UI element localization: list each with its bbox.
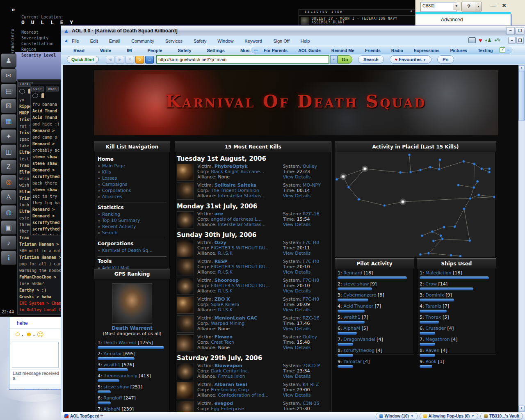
home-button[interactable]: ⌂ xyxy=(145,56,154,64)
ship-thumbnail[interactable] xyxy=(177,363,194,380)
quick-start-button[interactable]: Quick Start xyxy=(67,56,99,63)
toolbar-im[interactable]: IM xyxy=(127,48,132,53)
rank-link-scruffythedog[interactable]: scruffythedog xyxy=(343,348,374,353)
rank-link-megathron[interactable]: Megathron xyxy=(425,337,450,342)
stop-button[interactable]: ✕ xyxy=(126,56,134,64)
toolbar-safety[interactable]: Safety xyxy=(178,48,192,53)
eve-expand-chevrons-icon[interactable]: » xyxy=(11,6,15,13)
system-link-oulley[interactable]: Oulley xyxy=(303,334,317,340)
victim-link-ozzy[interactable]: Ozzy xyxy=(215,240,226,245)
rank-link-dominix[interactable]: Dominix xyxy=(425,292,444,298)
system-link-f7c-h0[interactable]: F7C-H0 xyxy=(303,278,319,283)
victim-link-albaran-geal[interactable]: Albaran Geal xyxy=(215,382,247,387)
caret-down-icon[interactable]: ▼ xyxy=(21,334,24,337)
toolbar-texting[interactable]: Texting xyxy=(478,48,493,53)
ship-thumbnail[interactable] xyxy=(177,211,194,228)
vault-button[interactable]: TB310...'s Vault xyxy=(480,413,523,420)
minimize-button[interactable]: – xyxy=(506,27,515,35)
corp-chat-tab[interactable]: CORP xyxy=(31,87,44,91)
victim-link-resp[interactable]: RESP xyxy=(215,259,228,264)
toolbar-write[interactable]: Write xyxy=(100,48,111,53)
rank-link-malediction[interactable]: Malediction xyxy=(425,270,451,276)
system-link-f7c-h0[interactable]: F7C-H0 xyxy=(303,259,319,264)
go-button[interactable]: Go xyxy=(338,55,352,64)
nav-link-ranking[interactable]: Ranking xyxy=(102,212,121,217)
print-button[interactable]: Pri xyxy=(437,55,454,64)
address-dropdown-icon[interactable]: ▼ xyxy=(330,55,338,64)
forward-button[interactable]: ▶ xyxy=(116,56,124,64)
alliance-link-r-i-s-k[interactable]: R.I.S.K xyxy=(218,307,232,313)
eve-info-constellation[interactable]: Constellation xyxy=(21,41,61,47)
menu-file[interactable]: File xyxy=(72,39,79,43)
help-button[interactable]: ? xyxy=(461,2,476,11)
rank-link-alpham[interactable]: AlphaM xyxy=(103,406,120,412)
rank-link-steve-shaw[interactable]: steve shaw xyxy=(103,384,129,390)
alliance-link-r-i-s-k[interactable]: R.I.S.K xyxy=(218,251,232,256)
tab-advanced[interactable]: Advanced xyxy=(441,17,511,23)
eve-help-ring-icon[interactable]: ◎ xyxy=(1,175,16,189)
scroll-up-icon[interactable]: ▲ xyxy=(518,65,525,71)
alliance-link-firmus-ixion[interactable]: Firmus Ixion xyxy=(218,374,245,379)
wink-emoticon[interactable]: ☻ xyxy=(25,331,32,338)
nav-link-kills[interactable]: Kills xyxy=(102,169,111,175)
back-button[interactable]: ◀ xyxy=(106,56,114,64)
scroll-left-chevrons-icon[interactable]: «« xyxy=(254,48,258,52)
rank-link-cybermanzero[interactable]: Cybermanzero xyxy=(343,292,376,298)
toolbar-radio[interactable]: Radio xyxy=(391,48,403,53)
eve-map-icon[interactable]: ◍ xyxy=(1,205,16,219)
nav-link-campaigns[interactable]: Campaigns xyxy=(102,182,128,187)
favourites-button[interactable]: ♥ Favourites ▼ xyxy=(390,55,431,64)
nav-link-main-page[interactable]: Main Page xyxy=(102,163,125,169)
view-details-link[interactable]: View Details xyxy=(283,307,311,313)
address-input[interactable] xyxy=(156,55,329,64)
victim-link-flowen[interactable]: Flowen xyxy=(215,334,233,340)
rank-link-rook[interactable]: Rook xyxy=(425,359,436,364)
menu-edit[interactable]: Edit xyxy=(90,39,98,43)
eve-info-icon[interactable]: ℹ xyxy=(1,251,16,265)
toolbar-read[interactable]: Read xyxy=(73,48,84,53)
rank-link-steve-shaw[interactable]: steve shaw xyxy=(343,281,369,287)
search-button[interactable]: Search xyxy=(358,55,384,64)
nav-link-alliances[interactable]: Alliances xyxy=(102,194,122,199)
view-details-link[interactable]: View Details xyxy=(283,326,311,331)
minimize-button[interactable]: — xyxy=(488,2,498,10)
toolbar-people[interactable]: People xyxy=(147,48,162,53)
view-details-link[interactable]: View Details xyxy=(283,393,311,398)
menu-services[interactable]: Services xyxy=(165,39,183,43)
victim-link-zbo-x[interactable]: ZBO X xyxy=(215,297,230,302)
system-link-f7c-h0[interactable]: F7C-H0 xyxy=(303,240,319,245)
victim-link-ace[interactable]: ace xyxy=(215,211,223,217)
victim-link-solitaire-saiteka[interactable]: Solitaire Saiteka xyxy=(215,183,257,188)
alliance-link-r-i-s-k[interactable]: R.I.S.K xyxy=(218,269,232,275)
eve-info-nearest[interactable]: Nearest xyxy=(21,30,61,35)
toolbar-aol-guide[interactable]: AOL Guide xyxy=(298,48,321,53)
ship-thumbnail[interactable] xyxy=(177,334,194,352)
eve-mail-icon[interactable]: ✉ xyxy=(1,68,16,83)
rank-link-raven[interactable]: Raven xyxy=(425,348,439,353)
eve-dice-icon[interactable]: ⚄ xyxy=(1,99,16,113)
nav-link-corporations[interactable]: Corporations xyxy=(102,188,131,193)
nav-link-losses[interactable]: Losses xyxy=(102,176,117,181)
system-link-f7c-h0[interactable]: F7C-H0 xyxy=(303,297,319,302)
im-message-input[interactable] xyxy=(12,342,59,368)
view-details-link[interactable]: View Details xyxy=(283,174,311,180)
ship-thumbnail[interactable] xyxy=(177,164,194,181)
shocked-emoticon[interactable]: ☹ xyxy=(37,331,44,338)
view-details-link[interactable]: View Details xyxy=(283,269,311,275)
eve-character-icon[interactable]: ♟ xyxy=(1,53,16,68)
menu-community[interactable]: Community xyxy=(131,39,154,43)
ship-thumbnail[interactable] xyxy=(177,183,194,200)
child-restore-button[interactable]: ❐ xyxy=(516,37,524,44)
victim-link-menionleah-gac[interactable]: MenionLeah GAC xyxy=(215,315,258,321)
reload-button[interactable]: ↻ xyxy=(135,56,144,64)
corp-link-warped-mining[interactable]: Warped Mining xyxy=(211,321,244,326)
selected-item-thumbnail[interactable] xyxy=(301,17,309,25)
victim-link-shooroop[interactable]: Shooroop xyxy=(215,278,239,283)
view-details-link[interactable]: View Details xyxy=(283,345,311,350)
rank-link-rangloff[interactable]: Rangloff xyxy=(103,395,122,401)
scroll-right-chevrons-icon[interactable]: » xyxy=(507,48,509,52)
eve-news-icon[interactable]: ▣ xyxy=(1,220,16,235)
corp-link-egg-enterprise[interactable]: Egg Enterprise xyxy=(211,406,244,411)
ship-thumbnail[interactable] xyxy=(177,382,194,399)
system-link-rzc-16[interactable]: RZC-16 xyxy=(303,211,320,217)
